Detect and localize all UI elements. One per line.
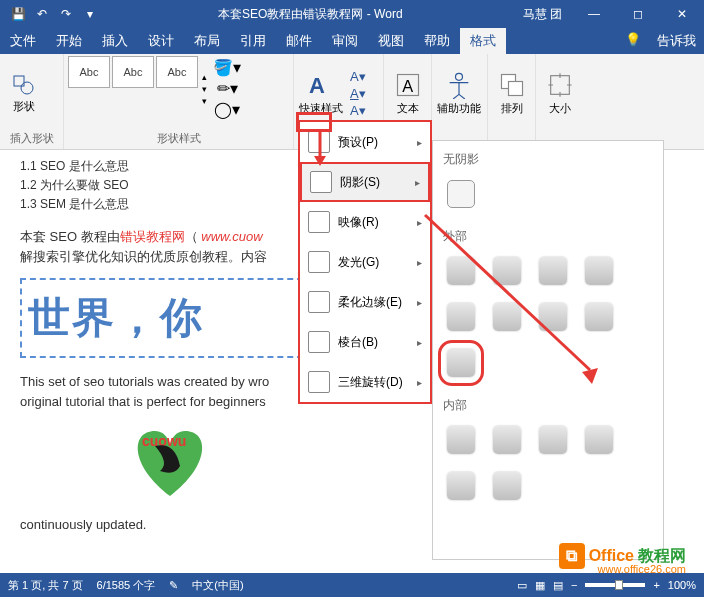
text-label: 文本 [397, 101, 419, 116]
shadow-option[interactable] [585, 426, 613, 454]
shape-style-preset[interactable]: Abc [112, 56, 154, 88]
tell-me[interactable]: 告诉我 [649, 32, 704, 50]
shape-effects-icon[interactable]: ◯▾ [214, 100, 240, 119]
shadow-option[interactable] [585, 257, 613, 285]
heart-image[interactable]: cuowu [120, 421, 220, 501]
shadow-option[interactable] [539, 426, 567, 454]
menu-item-glow[interactable]: 发光(G)▸ [300, 242, 430, 282]
section-no-shadow: 无阴影 [443, 151, 657, 168]
menu-item-bevel[interactable]: 棱台(B)▸ [300, 322, 430, 362]
shadow-option[interactable] [539, 303, 567, 331]
maximize-icon[interactable]: ◻ [616, 0, 660, 28]
shadow-option[interactable] [447, 257, 475, 285]
shadow-option[interactable] [585, 303, 613, 331]
svg-text:A: A [402, 77, 413, 95]
menu-item-soft-edges[interactable]: 柔化边缘(E)▸ [300, 282, 430, 322]
size-button[interactable]: 大小 [540, 64, 580, 124]
svg-text:A: A [309, 73, 325, 98]
status-language[interactable]: 中文(中国) [192, 578, 243, 593]
shadow-option[interactable] [447, 303, 475, 331]
minimize-icon[interactable]: — [572, 0, 616, 28]
gallery-more-icon[interactable]: ▾ [202, 96, 207, 106]
tab-format[interactable]: 格式 [460, 28, 506, 54]
group-shape-styles: Abc Abc Abc ▴ ▾ ▾ 🪣▾ ✏▾ ◯▾ 形状样式 [64, 54, 294, 149]
zoom-slider[interactable] [585, 583, 645, 587]
gallery-down-icon[interactable]: ▾ [202, 84, 207, 94]
group-insert-shape: 形状 插入形状 [0, 54, 64, 149]
watermark-url: www.office26.com [598, 563, 686, 575]
gallery-up-icon[interactable]: ▴ [202, 72, 207, 82]
tab-home[interactable]: 开始 [46, 28, 92, 54]
ribbon-tabs: 文件 开始 插入 设计 布局 引用 邮件 审阅 视图 帮助 格式 💡 告诉我 [0, 28, 704, 54]
tab-references[interactable]: 引用 [230, 28, 276, 54]
status-proofing-icon[interactable]: ✎ [169, 579, 178, 592]
tab-mailings[interactable]: 邮件 [276, 28, 322, 54]
svg-point-5 [456, 73, 463, 80]
zoom-in-icon[interactable]: + [653, 579, 659, 591]
undo-icon[interactable]: ↶ [32, 4, 52, 24]
menu-item-shadow[interactable]: 阴影(S)▸ [300, 162, 430, 202]
shadow-option[interactable] [447, 426, 475, 454]
text-outline-icon[interactable]: A▾ [350, 86, 366, 101]
redo-icon[interactable]: ↷ [56, 4, 76, 24]
tab-view[interactable]: 视图 [368, 28, 414, 54]
tab-help[interactable]: 帮助 [414, 28, 460, 54]
chevron-right-icon: ▸ [417, 217, 422, 228]
zoom-out-icon[interactable]: − [571, 579, 577, 591]
shadow-option[interactable] [493, 426, 521, 454]
shapes-button[interactable]: 形状 [4, 64, 44, 124]
tab-insert[interactable]: 插入 [92, 28, 138, 54]
quick-access-toolbar: 💾 ↶ ↷ ▾ [0, 4, 108, 24]
arrange-button[interactable]: 排列 [492, 64, 531, 124]
shape-outline-icon[interactable]: ✏▾ [217, 79, 238, 98]
watermark-logo-icon: ⧉ [559, 543, 585, 569]
text-effects-icon[interactable]: A▾ [350, 103, 366, 118]
title-bar: 💾 ↶ ↷ ▾ 本套SEO教程由错误教程网 - Word 马慧 团 — ◻ ✕ [0, 0, 704, 28]
accessibility-button[interactable]: 辅助功能 [436, 64, 482, 124]
shapes-label: 形状 [13, 99, 35, 114]
shadow-option-highlighted[interactable] [447, 349, 475, 377]
help-area: 💡 告诉我 [617, 32, 704, 50]
shadow-option-none[interactable] [447, 180, 475, 208]
view-web-icon[interactable]: ▤ [553, 579, 563, 592]
shadow-option[interactable] [493, 472, 521, 500]
menu-item-reflection[interactable]: 映像(R)▸ [300, 202, 430, 242]
user-name[interactable]: 马慧 团 [513, 6, 572, 23]
status-page[interactable]: 第 1 页, 共 7 页 [8, 578, 83, 593]
tab-layout[interactable]: 布局 [184, 28, 230, 54]
chevron-right-icon: ▸ [417, 377, 422, 388]
chevron-right-icon: ▸ [417, 137, 422, 148]
lightbulb-icon[interactable]: 💡 [617, 32, 649, 50]
qat-more-icon[interactable]: ▾ [80, 4, 100, 24]
close-icon[interactable]: ✕ [660, 0, 704, 28]
window-title: 本套SEO教程由错误教程网 - Word [108, 6, 513, 23]
menu-item-3d-rotation[interactable]: 三维旋转(D)▸ [300, 362, 430, 402]
shape-style-preset[interactable]: Abc [68, 56, 110, 88]
group-label-insert-shape: 插入形状 [4, 131, 59, 147]
save-icon[interactable]: 💾 [8, 4, 28, 24]
text-button[interactable]: A 文本 [388, 64, 427, 124]
paragraph: continuously updated. [20, 515, 412, 535]
tab-review[interactable]: 审阅 [322, 28, 368, 54]
shadow-option[interactable] [493, 257, 521, 285]
shape-style-preset[interactable]: Abc [156, 56, 198, 88]
shadow-option[interactable] [539, 257, 567, 285]
status-words[interactable]: 6/1585 个字 [97, 578, 156, 593]
section-outer: 外部 [443, 228, 657, 245]
zoom-value[interactable]: 100% [668, 579, 696, 591]
group-size: 大小 [536, 54, 584, 149]
view-print-icon[interactable]: ▦ [535, 579, 545, 592]
group-label-shape-styles: 形状样式 [68, 131, 289, 147]
arrange-label: 排列 [501, 101, 523, 116]
chevron-right-icon: ▸ [417, 297, 422, 308]
shadow-option[interactable] [447, 472, 475, 500]
text-fill-icon[interactable]: A▾ [350, 69, 366, 84]
chevron-right-icon: ▸ [417, 257, 422, 268]
shadow-option[interactable] [493, 303, 521, 331]
tab-file[interactable]: 文件 [0, 28, 46, 54]
shape-fill-icon[interactable]: 🪣▾ [213, 58, 241, 77]
chevron-right-icon: ▸ [417, 337, 422, 348]
tab-design[interactable]: 设计 [138, 28, 184, 54]
shadow-gallery: 无阴影 外部 内部 [432, 140, 664, 560]
view-read-icon[interactable]: ▭ [517, 579, 527, 592]
